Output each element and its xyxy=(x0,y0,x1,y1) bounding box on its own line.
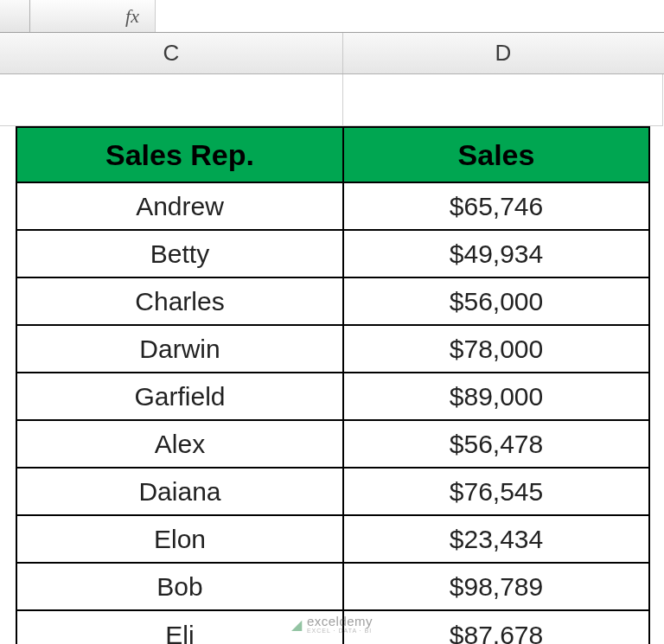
column-headers: C D xyxy=(0,33,664,74)
cell-sales[interactable]: $23,434 xyxy=(344,516,648,564)
table-row: Garfield $89,000 xyxy=(17,373,648,421)
data-table: Sales Rep. Sales Andrew $65,746 Betty $4… xyxy=(16,126,650,644)
table-row: Darwin $78,000 xyxy=(17,326,648,373)
cell-grid[interactable]: Sales Rep. Sales Andrew $65,746 Betty $4… xyxy=(0,74,664,126)
cell-rep[interactable]: Elon xyxy=(17,516,344,564)
table-row: Andrew $65,746 xyxy=(17,183,648,231)
table-row: Eli $87,678 xyxy=(17,611,648,644)
table-row: Elon $23,434 xyxy=(17,516,648,564)
cell-sales[interactable]: $98,789 xyxy=(344,564,648,611)
cell-sales[interactable]: $89,000 xyxy=(344,373,648,421)
name-box-edge xyxy=(0,0,30,32)
cell-rep[interactable]: Charles xyxy=(17,278,344,326)
cell-rep[interactable]: Eli xyxy=(17,611,344,644)
cell-sales[interactable]: $49,934 xyxy=(344,231,648,278)
cell-rep[interactable]: Alex xyxy=(17,421,344,469)
cell-sales[interactable]: $65,746 xyxy=(344,183,648,231)
cell-sales[interactable]: $76,545 xyxy=(344,469,648,516)
cell-rep[interactable]: Bob xyxy=(17,564,344,611)
worksheet: C D Sales Rep. Sales Andrew $65,746 Bett… xyxy=(0,33,664,126)
cell-sales[interactable]: $56,000 xyxy=(344,278,648,326)
cell-sales[interactable]: $56,478 xyxy=(344,421,648,469)
cell-sales[interactable]: $78,000 xyxy=(344,326,648,373)
formula-bar: fx xyxy=(0,0,664,33)
column-header-c[interactable]: C xyxy=(0,33,343,73)
cell-rep[interactable]: Darwin xyxy=(17,326,344,373)
table-row: Alex $56,478 xyxy=(17,421,648,469)
fx-button[interactable]: fx xyxy=(117,4,148,29)
header-sales-rep[interactable]: Sales Rep. xyxy=(17,128,344,183)
table-row: Daiana $76,545 xyxy=(17,469,648,516)
table-header-row: Sales Rep. Sales xyxy=(17,128,648,183)
table-row: Charles $56,000 xyxy=(17,278,648,326)
table-row: Betty $49,934 xyxy=(17,231,648,278)
cell-rep[interactable]: Andrew xyxy=(17,183,344,231)
cell-sales[interactable]: $87,678 xyxy=(344,611,648,644)
cell-rep[interactable]: Garfield xyxy=(17,373,344,421)
column-header-d[interactable]: D xyxy=(343,33,663,73)
formula-input[interactable] xyxy=(155,0,664,32)
cell-rep[interactable]: Betty xyxy=(17,231,344,278)
cell[interactable] xyxy=(343,74,663,126)
cell[interactable] xyxy=(0,74,343,126)
header-sales[interactable]: Sales xyxy=(344,128,648,183)
cell-rep[interactable]: Daiana xyxy=(17,469,344,516)
empty-row xyxy=(0,74,664,126)
table-row: Bob $98,789 xyxy=(17,564,648,611)
